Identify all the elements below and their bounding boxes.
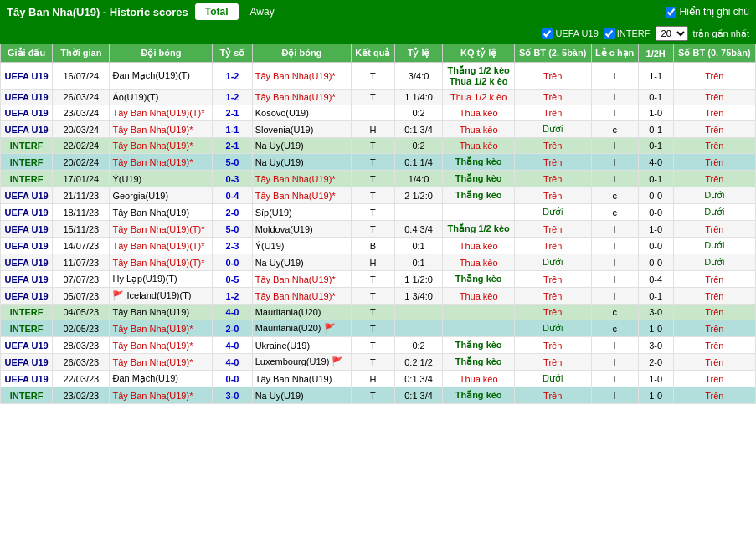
uefa-u19-label: UEFA U19 [555, 28, 598, 38]
table-row: INTERF23/02/23Tây Ban Nha(U19)*3-0Na Uy(… [1, 387, 756, 404]
cell-team1: Tây Ban Nha(U19)* [110, 337, 213, 354]
table-row: UEFA U1926/03/24Áo(U19)(T)1-2Tây Ban Nha… [1, 90, 756, 105]
cell-score: 2-0 [213, 204, 252, 221]
header-bar: Tây Ban Nha(U19) - Historic scores Total… [0, 0, 756, 23]
table-row: INTERF22/02/24Tây Ban Nha(U19)*2-1Na Uy(… [1, 138, 756, 154]
cell-team1: Tây Ban Nha(U19)* [110, 154, 213, 171]
cell-lec: I [591, 171, 638, 187]
cell-half: 1-0 [638, 371, 673, 387]
cell-time: 20/03/24 [53, 121, 110, 138]
cell-lec: I [591, 105, 638, 121]
cell-kqtyle: Thua kèo [443, 138, 514, 154]
cell-kq: H [352, 121, 395, 138]
cell-giai: INTERF [1, 171, 53, 187]
cell-team1: Tây Ban Nha(U19) [110, 305, 213, 320]
cell-score: 4-0 [213, 354, 252, 371]
cell-sobt2: Dưới [673, 187, 755, 204]
cell-half: 3-0 [638, 337, 673, 354]
cell-sobt: Trên [514, 171, 591, 187]
uefa-u19-checkbox[interactable] [542, 28, 553, 39]
cell-half: 0-0 [638, 238, 673, 254]
col-header-tyle: Tỷ lệ [394, 44, 443, 63]
cell-time: 26/03/23 [53, 354, 110, 371]
cell-half: 0-1 [638, 90, 673, 105]
cell-giai: INTERF [1, 320, 53, 337]
table-row: UEFA U1915/11/23Tây Ban Nha(U19)(T)*5-0M… [1, 221, 756, 238]
cell-sobt2: Trên [673, 105, 755, 121]
cell-sobt2: Trên [673, 387, 755, 404]
cell-giai: UEFA U19 [1, 90, 53, 105]
table-row: UEFA U1907/07/23Hy Lạp(U19)(T)0-5Tây Ban… [1, 271, 756, 288]
cell-tyle [394, 305, 443, 320]
cell-time: 23/03/24 [53, 105, 110, 121]
cell-kqtyle: Thắng 1/2 kèo [443, 221, 514, 238]
show-notes-checkbox-label[interactable]: Hiển thị ghi chú [666, 6, 749, 18]
cell-sobt2: Dưới [673, 238, 755, 254]
cell-giai: INTERF [1, 387, 53, 404]
cell-tyle: 0:1 1/4 [394, 154, 443, 171]
count-select[interactable]: 10203050 [656, 26, 688, 41]
cell-lec: c [591, 187, 638, 204]
table-row: UEFA U1926/03/23Tây Ban Nha(U19)*4-0Luxe… [1, 354, 756, 371]
cell-kqtyle [443, 204, 514, 221]
cell-sobt: Dưới [514, 121, 591, 138]
cell-score: 1-2 [213, 90, 252, 105]
cell-sobt: Trên [514, 63, 591, 90]
cell-kqtyle: Thua 1/2 k èo [443, 90, 514, 105]
cell-sobt: Trên [514, 221, 591, 238]
cell-sobt: Trên [514, 154, 591, 171]
cell-lec: I [591, 371, 638, 387]
tab-total[interactable]: Total [195, 3, 239, 20]
cell-half: 0-1 [638, 121, 673, 138]
cell-lec: I [591, 288, 638, 305]
cell-tyle: 0:2 [394, 105, 443, 121]
table-row: UEFA U1920/03/24Tây Ban Nha(U19)*1-1Slov… [1, 121, 756, 138]
cell-lec: I [591, 337, 638, 354]
cell-score: 0-3 [213, 171, 252, 187]
cell-sobt2: Trên [673, 171, 755, 187]
cell-kq: H [352, 254, 395, 271]
uefa-u19-filter-label[interactable]: UEFA U19 [542, 28, 598, 39]
cell-team2: Tây Ban Nha(U19)* [252, 187, 351, 204]
cell-giai: UEFA U19 [1, 187, 53, 204]
cell-kq: T [352, 320, 395, 337]
cell-kqtyle: Thua kèo [443, 105, 514, 121]
cell-time: 07/07/23 [53, 271, 110, 288]
col-header-lec: Lẻ c hạn [591, 44, 638, 63]
cell-tyle [394, 320, 443, 337]
cell-tyle: 0:1 3/4 [394, 387, 443, 404]
cell-half: 1-0 [638, 320, 673, 337]
cell-half: 0-4 [638, 271, 673, 288]
cell-team2: Kosovo(U19) [252, 105, 351, 121]
cell-tyle: 1 1/4:0 [394, 90, 443, 105]
cell-time: 15/11/23 [53, 221, 110, 238]
cell-time: 22/03/23 [53, 371, 110, 387]
cell-lec: I [591, 221, 638, 238]
table-row: UEFA U1918/11/23Tây Ban Nha(U19)2-0Síp(U… [1, 204, 756, 221]
interf-filter-label[interactable]: INTERF [604, 28, 651, 39]
cell-kqtyle: Thắng kèo [443, 171, 514, 187]
cell-tyle: 1/4:0 [394, 171, 443, 187]
cell-team1: Tây Ban Nha(U19)(T)* [110, 221, 213, 238]
cell-giai: UEFA U19 [1, 238, 53, 254]
cell-kqtyle: Thắng kèo [443, 387, 514, 404]
header-title: Tây Ban Nha(U19) - Historic scores [7, 6, 188, 18]
cell-sobt: Trên [514, 288, 591, 305]
cell-kq: T [352, 90, 395, 105]
cell-giai: UEFA U19 [1, 63, 53, 90]
cell-giai: UEFA U19 [1, 221, 53, 238]
cell-time: 20/02/24 [53, 154, 110, 171]
col-header-kqtyle: KQ tỷ lệ [443, 44, 514, 63]
cell-giai: UEFA U19 [1, 288, 53, 305]
show-notes-checkbox[interactable] [666, 7, 676, 18]
cell-team1: Tây Ban Nha(U19)* [110, 138, 213, 154]
cell-lec: c [591, 320, 638, 337]
cell-team1: 🚩 Iceland(U19)(T) [110, 288, 213, 305]
cell-kq: T [352, 138, 395, 154]
table-row: UEFA U1921/11/23Georgia(U19)0-4Tây Ban N… [1, 187, 756, 204]
interf-checkbox[interactable] [604, 28, 615, 39]
tab-away[interactable]: Away [240, 3, 285, 20]
cell-team2: Tây Ban Nha(U19)* [252, 171, 351, 187]
cell-giai: UEFA U19 [1, 204, 53, 221]
cell-sobt: Trên [514, 305, 591, 320]
